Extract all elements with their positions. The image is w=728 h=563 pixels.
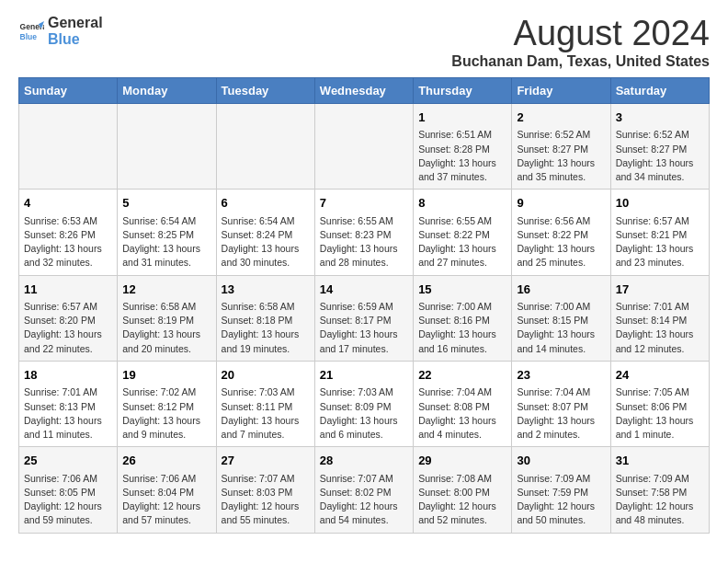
day-info: Sunrise: 7:00 AMSunset: 8:16 PMDaylight:…: [418, 300, 506, 356]
calendar-week-row: 25Sunrise: 7:06 AMSunset: 8:05 PMDayligh…: [19, 447, 710, 533]
day-number: 13: [222, 281, 310, 299]
day-number: 12: [122, 281, 210, 299]
day-number: 10: [616, 194, 704, 213]
day-info: Sunrise: 6:58 AMSunset: 8:18 PMDaylight:…: [222, 300, 310, 356]
calendar-cell: 19Sunrise: 7:02 AMSunset: 8:12 PMDayligh…: [118, 361, 216, 446]
weekday-header-wednesday: Wednesday: [314, 77, 413, 103]
calendar-cell: 31Sunrise: 7:09 AMSunset: 7:58 PMDayligh…: [610, 447, 709, 533]
calendar-cell: 15Sunrise: 7:00 AMSunset: 8:16 PMDayligh…: [414, 275, 512, 361]
weekday-header-tuesday: Tuesday: [216, 77, 314, 103]
calendar-week-row: 11Sunrise: 6:57 AMSunset: 8:20 PMDayligh…: [19, 275, 710, 361]
svg-text:Blue: Blue: [20, 32, 38, 41]
calendar-cell: [118, 103, 216, 189]
title-area: August 2024 Buchanan Dam, Texas, United …: [451, 15, 710, 70]
calendar-cell: 22Sunrise: 7:04 AMSunset: 8:08 PMDayligh…: [414, 361, 512, 446]
day-info: Sunrise: 7:07 AMSunset: 8:03 PMDaylight:…: [222, 472, 310, 528]
day-number: 3: [616, 109, 704, 127]
calendar-cell: 1Sunrise: 6:51 AMSunset: 8:28 PMDaylight…: [414, 103, 512, 189]
calendar-cell: 8Sunrise: 6:55 AMSunset: 8:22 PMDaylight…: [414, 190, 512, 275]
day-number: 21: [320, 366, 408, 385]
day-info: Sunrise: 6:52 AMSunset: 8:27 PMDaylight:…: [517, 128, 605, 184]
day-number: 5: [122, 194, 210, 213]
calendar-week-row: 4Sunrise: 6:53 AMSunset: 8:26 PMDaylight…: [19, 190, 710, 275]
day-info: Sunrise: 7:08 AMSunset: 8:00 PMDaylight:…: [418, 472, 506, 528]
day-number: 28: [320, 452, 408, 470]
day-number: 31: [616, 452, 704, 470]
calendar-cell: 11Sunrise: 6:57 AMSunset: 8:20 PMDayligh…: [19, 275, 118, 361]
day-number: 27: [222, 452, 310, 470]
day-number: 19: [122, 366, 210, 385]
logo-icon: General Blue: [18, 18, 44, 44]
calendar-cell: 18Sunrise: 7:01 AMSunset: 8:13 PMDayligh…: [19, 361, 118, 446]
calendar-cell: [216, 103, 314, 189]
day-info: Sunrise: 7:09 AMSunset: 7:58 PMDaylight:…: [616, 472, 704, 528]
day-info: Sunrise: 7:03 AMSunset: 8:09 PMDaylight:…: [320, 385, 408, 442]
weekday-header-friday: Friday: [512, 77, 610, 103]
day-number: 29: [418, 452, 506, 470]
header: General Blue General Blue August 2024 Bu…: [18, 15, 710, 70]
calendar-cell: 4Sunrise: 6:53 AMSunset: 8:26 PMDaylight…: [19, 190, 118, 275]
calendar-cell: 26Sunrise: 7:06 AMSunset: 8:04 PMDayligh…: [118, 447, 216, 533]
subtitle: Buchanan Dam, Texas, United States: [451, 53, 710, 70]
calendar-cell: 29Sunrise: 7:08 AMSunset: 8:00 PMDayligh…: [414, 447, 512, 533]
day-info: Sunrise: 6:52 AMSunset: 8:27 PMDaylight:…: [616, 128, 704, 184]
day-info: Sunrise: 7:01 AMSunset: 8:14 PMDaylight:…: [616, 300, 704, 356]
day-number: 24: [616, 366, 704, 385]
day-info: Sunrise: 7:09 AMSunset: 7:59 PMDaylight:…: [517, 472, 605, 528]
day-number: 14: [320, 281, 408, 299]
calendar-cell: 3Sunrise: 6:52 AMSunset: 8:27 PMDaylight…: [610, 103, 709, 189]
weekday-header-row: SundayMondayTuesdayWednesdayThursdayFrid…: [19, 77, 710, 103]
calendar-cell: 30Sunrise: 7:09 AMSunset: 7:59 PMDayligh…: [512, 447, 610, 533]
calendar-cell: 17Sunrise: 7:01 AMSunset: 8:14 PMDayligh…: [610, 275, 709, 361]
calendar-cell: 27Sunrise: 7:07 AMSunset: 8:03 PMDayligh…: [216, 447, 314, 533]
day-info: Sunrise: 7:04 AMSunset: 8:07 PMDaylight:…: [517, 385, 605, 442]
day-info: Sunrise: 7:05 AMSunset: 8:06 PMDaylight:…: [616, 385, 704, 442]
day-number: 7: [320, 194, 408, 213]
day-info: Sunrise: 7:03 AMSunset: 8:11 PMDaylight:…: [222, 385, 310, 442]
weekday-header-saturday: Saturday: [610, 77, 709, 103]
day-number: 8: [418, 194, 506, 213]
day-info: Sunrise: 6:51 AMSunset: 8:28 PMDaylight:…: [418, 128, 506, 184]
calendar-cell: 28Sunrise: 7:07 AMSunset: 8:02 PMDayligh…: [314, 447, 413, 533]
day-info: Sunrise: 6:53 AMSunset: 8:26 PMDaylight:…: [24, 214, 112, 270]
day-number: 25: [24, 452, 112, 470]
day-info: Sunrise: 6:57 AMSunset: 8:21 PMDaylight:…: [616, 214, 704, 270]
day-info: Sunrise: 6:58 AMSunset: 8:19 PMDaylight:…: [122, 300, 210, 356]
day-number: 23: [517, 366, 605, 385]
day-info: Sunrise: 6:54 AMSunset: 8:25 PMDaylight:…: [122, 214, 210, 270]
day-number: 22: [418, 366, 506, 385]
day-info: Sunrise: 6:55 AMSunset: 8:22 PMDaylight:…: [418, 214, 506, 270]
logo-line2: Blue: [48, 31, 103, 48]
calendar-cell: 20Sunrise: 7:03 AMSunset: 8:11 PMDayligh…: [216, 361, 314, 446]
day-number: 17: [616, 281, 704, 299]
day-info: Sunrise: 7:00 AMSunset: 8:15 PMDaylight:…: [517, 300, 605, 356]
calendar-cell: 13Sunrise: 6:58 AMSunset: 8:18 PMDayligh…: [216, 275, 314, 361]
day-info: Sunrise: 7:06 AMSunset: 8:05 PMDaylight:…: [24, 472, 112, 528]
day-number: 6: [222, 194, 310, 213]
day-number: 1: [418, 109, 506, 127]
logo: General Blue General Blue: [18, 15, 103, 47]
calendar-cell: 6Sunrise: 6:54 AMSunset: 8:24 PMDaylight…: [216, 190, 314, 275]
day-info: Sunrise: 6:57 AMSunset: 8:20 PMDaylight:…: [24, 300, 112, 356]
calendar-cell: 24Sunrise: 7:05 AMSunset: 8:06 PMDayligh…: [610, 361, 709, 446]
day-number: 11: [24, 281, 112, 299]
day-info: Sunrise: 7:04 AMSunset: 8:08 PMDaylight:…: [418, 385, 506, 442]
calendar-cell: 16Sunrise: 7:00 AMSunset: 8:15 PMDayligh…: [512, 275, 610, 361]
calendar-cell: 2Sunrise: 6:52 AMSunset: 8:27 PMDaylight…: [512, 103, 610, 189]
weekday-header-sunday: Sunday: [19, 77, 118, 103]
day-info: Sunrise: 6:55 AMSunset: 8:23 PMDaylight:…: [320, 214, 408, 270]
calendar-cell: 10Sunrise: 6:57 AMSunset: 8:21 PMDayligh…: [610, 190, 709, 275]
day-info: Sunrise: 7:06 AMSunset: 8:04 PMDaylight:…: [122, 472, 210, 528]
calendar-cell: 23Sunrise: 7:04 AMSunset: 8:07 PMDayligh…: [512, 361, 610, 446]
day-number: 4: [24, 194, 112, 213]
calendar-cell: 25Sunrise: 7:06 AMSunset: 8:05 PMDayligh…: [19, 447, 118, 533]
day-number: 16: [517, 281, 605, 299]
day-info: Sunrise: 7:01 AMSunset: 8:13 PMDaylight:…: [24, 385, 112, 442]
calendar-week-row: 18Sunrise: 7:01 AMSunset: 8:13 PMDayligh…: [19, 361, 710, 446]
weekday-header-thursday: Thursday: [414, 77, 512, 103]
weekday-header-monday: Monday: [118, 77, 216, 103]
main-title: August 2024: [451, 15, 710, 53]
calendar-cell: 5Sunrise: 6:54 AMSunset: 8:25 PMDaylight…: [118, 190, 216, 275]
day-info: Sunrise: 7:07 AMSunset: 8:02 PMDaylight:…: [320, 472, 408, 528]
calendar-cell: [314, 103, 413, 189]
